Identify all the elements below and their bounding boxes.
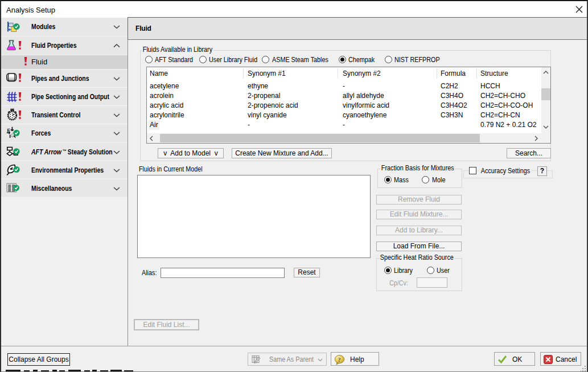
svg-text:?: ? [338, 356, 341, 363]
